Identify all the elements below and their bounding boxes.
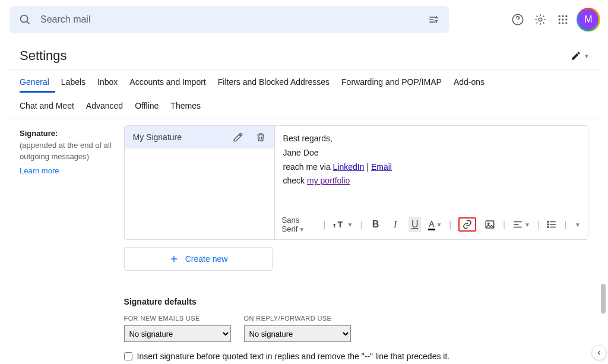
svg-text:т: т [333,221,337,229]
scrollbar-thumb[interactable] [601,284,606,314]
svg-point-16 [562,22,563,24]
settings-gear-icon[interactable] [533,12,547,27]
signature-description: (appended at the end of all outgoing mes… [20,140,124,163]
tab-themes[interactable]: Themes [164,94,207,116]
signature-left-column: Signature: (appended at the end of all o… [20,125,124,361]
signature-line-1: Best regards, [283,132,580,146]
text-color-button[interactable]: A▼ [428,217,442,232]
underline-button[interactable]: U [408,217,421,232]
link-separator: | [365,162,371,172]
signature-editor-body[interactable]: Best regards, Jane Doe reach me via Link… [275,126,588,212]
font-size-button[interactable]: тT▼ [332,217,353,232]
signature-section: Signature: (appended at the end of all o… [7,119,601,361]
font-family-select[interactable]: Sans Serif▼ [282,216,316,233]
insert-before-quoted-checkbox[interactable] [124,352,132,360]
signature-defaults: Signature defaults FOR NEW EMAILS USE No… [124,297,588,361]
signature-name: My Signature [133,132,182,142]
side-panel-expand-button[interactable] [591,345,607,360]
tab-advanced[interactable]: Advanced [80,94,129,116]
svg-point-27 [548,224,549,225]
svg-point-12 [559,18,560,20]
defaults-reply-label: ON REPLY/FORWARD USE [244,315,351,322]
svg-text:T: T [338,220,343,229]
settings-header: Settings ▼ [7,42,601,66]
signature-editor: Best regards, Jane Doe reach me via Link… [274,126,588,239]
compose-dropdown[interactable]: ▼ [571,50,590,61]
tab-chat-meet[interactable]: Chat and Meet [20,94,80,116]
avatar-letter: M [579,10,598,29]
svg-point-29 [548,227,549,228]
signature-list: My Signature [125,126,274,239]
svg-point-21 [487,223,489,224]
defaults-heading: Signature defaults [124,297,588,306]
trash-icon[interactable] [255,132,266,143]
insert-before-quoted-label: Insert signature before quoted text in r… [137,352,450,361]
svg-rect-5 [435,20,438,21]
italic-button[interactable]: I [389,217,401,232]
signature-right-column: My Signature Best regards, [124,125,588,361]
insert-image-button[interactable] [483,217,496,232]
edit-pencil-icon[interactable] [233,132,243,143]
create-new-signature-button[interactable]: Create new [124,247,273,271]
defaults-new-emails: FOR NEW EMAILS USE No signature [124,315,231,342]
search-options-icon[interactable] [426,12,441,27]
more-formatting-icon[interactable]: ▼ [575,221,581,228]
signature-label: Signature: [20,129,124,138]
svg-point-11 [565,15,567,17]
list-button[interactable] [546,217,557,232]
email-link[interactable]: Email [371,162,392,172]
tab-forwarding-pop-imap[interactable]: Forwarding and POP/IMAP [335,70,448,93]
svg-rect-4 [435,17,438,18]
check-prefix: check [283,176,307,185]
tab-addons[interactable]: Add-ons [448,70,490,93]
linkedin-link[interactable]: LinkedIn [333,162,365,172]
svg-point-13 [562,18,563,20]
tab-offline[interactable]: Offline [129,94,164,116]
tab-labels[interactable]: Labels [55,70,91,93]
insert-before-quoted-row: Insert signature before quoted text in r… [124,352,588,361]
tab-filters-blocked[interactable]: Filters and Blocked Addresses [212,70,335,93]
portfolio-link[interactable]: my portfolio [307,176,350,185]
signature-editor-area: My Signature Best regards, [124,125,588,240]
settings-card: Settings ▼ General Labels Inbox Accounts… [6,42,602,362]
search-box[interactable] [10,6,449,33]
svg-point-9 [559,15,560,17]
apps-grid-icon[interactable] [556,12,570,27]
new-emails-signature-select[interactable]: No signature [124,325,231,342]
signature-line-4: check my portfolio [283,174,580,188]
top-bar: M [0,0,608,39]
svg-point-25 [548,221,549,223]
svg-line-1 [27,21,29,24]
svg-point-7 [517,22,518,23]
reply-forward-signature-select[interactable]: No signature [244,325,351,342]
svg-point-10 [562,15,563,17]
chevron-down-icon: ▼ [584,53,590,59]
learn-more-link[interactable]: Learn more [20,166,59,175]
account-avatar[interactable]: M [578,10,598,30]
svg-rect-3 [436,21,437,23]
bold-button[interactable]: B [369,217,382,232]
defaults-new-label: FOR NEW EMAILS USE [124,315,231,322]
settings-tabs-row1: General Labels Inbox Accounts and Import… [7,70,601,93]
svg-point-8 [539,18,542,21]
insert-link-button-highlighted[interactable] [458,217,476,232]
create-new-label: Create new [185,254,228,264]
reach-prefix: reach me via [283,162,333,172]
signature-line-3: reach me via LinkedIn | Email [283,160,580,175]
tab-general[interactable]: General [20,70,55,93]
signature-list-item[interactable]: My Signature [125,126,274,148]
svg-point-14 [565,18,567,20]
editor-toolbar: Sans Serif▼ | тT▼ | B I U A▼ | [275,212,588,239]
svg-point-15 [559,22,560,24]
tab-inbox[interactable]: Inbox [91,70,124,93]
search-input[interactable] [40,14,418,25]
align-button[interactable]: ▼ [512,217,530,232]
signature-line-2: Jane Doe [283,146,580,160]
tab-accounts-import[interactable]: Accounts and Import [124,70,211,93]
settings-tabs-row2: Chat and Meet Advanced Offline Themes [7,93,601,119]
help-icon[interactable] [511,12,525,27]
page-title: Settings [20,48,67,64]
search-icon[interactable] [18,12,32,27]
svg-point-0 [21,15,28,23]
svg-point-17 [565,22,567,24]
